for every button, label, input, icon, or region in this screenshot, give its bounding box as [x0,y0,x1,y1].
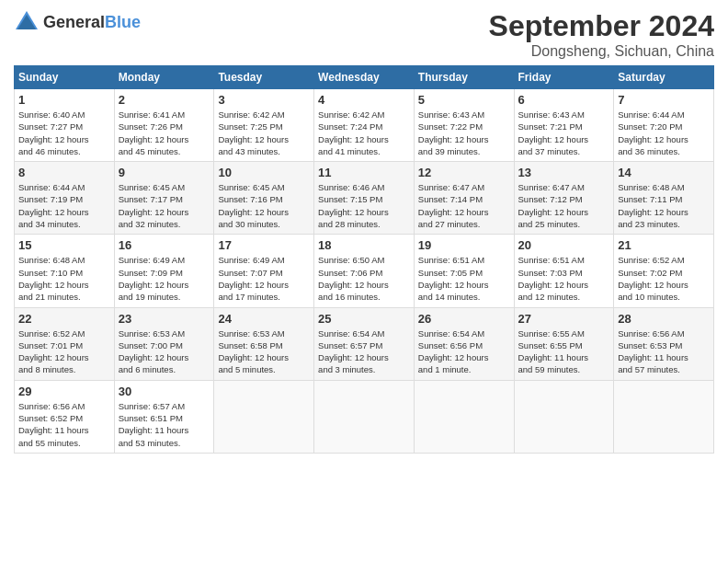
day-number: 7 [618,93,710,107]
calendar-cell [614,380,714,453]
day-number: 24 [218,312,310,326]
calendar-week-2: 8Sunrise: 6:44 AM Sunset: 7:19 PM Daylig… [15,162,714,235]
logo-icon [14,9,40,35]
day-info: Sunrise: 6:43 AM Sunset: 7:21 PM Dayligh… [518,109,610,157]
calendar-cell: 21Sunrise: 6:52 AM Sunset: 7:02 PM Dayli… [614,235,714,307]
day-number: 12 [418,166,510,179]
calendar-week-1: 1Sunrise: 6:40 AM Sunset: 7:27 PM Daylig… [15,89,714,162]
header-sunday: Sunday [15,66,115,89]
day-info: Sunrise: 6:48 AM Sunset: 7:11 PM Dayligh… [618,181,710,230]
logo: GeneralBlue [14,9,141,35]
day-number: 8 [18,166,110,179]
day-info: Sunrise: 6:45 AM Sunset: 7:17 PM Dayligh… [119,181,210,230]
header-friday: Friday [514,66,614,89]
calendar-cell: 25Sunrise: 6:54 AM Sunset: 6:57 PM Dayli… [314,307,415,380]
calendar-cell: 14Sunrise: 6:48 AM Sunset: 7:11 PM Dayli… [614,162,714,235]
day-number: 9 [119,166,210,179]
calendar-container: GeneralBlue September 2024 Dongsheng, Si… [0,0,728,463]
calendar-cell: 16Sunrise: 6:49 AM Sunset: 7:09 PM Dayli… [114,235,214,307]
calendar-cell: 12Sunrise: 6:47 AM Sunset: 7:14 PM Dayli… [414,162,514,235]
calendar-cell: 7Sunrise: 6:44 AM Sunset: 7:20 PM Daylig… [614,89,714,162]
day-info: Sunrise: 6:56 AM Sunset: 6:52 PM Dayligh… [18,400,110,449]
day-info: Sunrise: 6:47 AM Sunset: 7:12 PM Dayligh… [518,181,610,230]
calendar-cell: 22Sunrise: 6:52 AM Sunset: 7:01 PM Dayli… [15,307,115,380]
header-wednesday: Wednesday [314,66,415,89]
calendar-cell: 18Sunrise: 6:50 AM Sunset: 7:06 PM Dayli… [314,235,415,307]
calendar-cell: 24Sunrise: 6:53 AM Sunset: 6:58 PM Dayli… [214,307,314,380]
day-number: 20 [518,238,610,252]
calendar-cell: 8Sunrise: 6:44 AM Sunset: 7:19 PM Daylig… [15,162,115,235]
header-thursday: Thursday [414,66,514,89]
day-number: 25 [318,312,410,326]
header-monday: Monday [114,66,214,89]
calendar-cell: 15Sunrise: 6:48 AM Sunset: 7:10 PM Dayli… [15,235,115,307]
day-number: 10 [218,166,310,179]
day-number: 5 [418,93,510,107]
calendar-cell: 13Sunrise: 6:47 AM Sunset: 7:12 PM Dayli… [514,162,614,235]
day-number: 16 [119,238,210,252]
day-number: 3 [218,93,310,107]
calendar-cell: 20Sunrise: 6:51 AM Sunset: 7:03 PM Dayli… [514,235,614,307]
month-title: September 2024 [489,9,714,43]
day-info: Sunrise: 6:45 AM Sunset: 7:16 PM Dayligh… [218,181,310,230]
day-info: Sunrise: 6:51 AM Sunset: 7:05 PM Dayligh… [418,254,510,303]
calendar-cell: 23Sunrise: 6:53 AM Sunset: 7:00 PM Dayli… [114,307,214,380]
header-tuesday: Tuesday [214,66,314,89]
calendar-cell [314,380,415,453]
calendar-table: Sunday Monday Tuesday Wednesday Thursday… [14,65,714,454]
day-info: Sunrise: 6:44 AM Sunset: 7:20 PM Dayligh… [618,109,710,157]
day-number: 19 [418,238,510,252]
day-number: 29 [18,385,110,398]
calendar-cell: 11Sunrise: 6:46 AM Sunset: 7:15 PM Dayli… [314,162,415,235]
day-info: Sunrise: 6:55 AM Sunset: 6:55 PM Dayligh… [518,327,610,376]
day-info: Sunrise: 6:43 AM Sunset: 7:22 PM Dayligh… [418,109,510,157]
calendar-week-4: 22Sunrise: 6:52 AM Sunset: 7:01 PM Dayli… [15,307,714,380]
days-header-row: Sunday Monday Tuesday Wednesday Thursday… [15,66,714,89]
day-info: Sunrise: 6:54 AM Sunset: 6:57 PM Dayligh… [318,327,410,376]
day-info: Sunrise: 6:49 AM Sunset: 7:09 PM Dayligh… [119,254,210,303]
title-block: September 2024 Dongsheng, Sichuan, China [489,9,714,60]
calendar-cell: 3Sunrise: 6:42 AM Sunset: 7:25 PM Daylig… [214,89,314,162]
calendar-cell: 19Sunrise: 6:51 AM Sunset: 7:05 PM Dayli… [414,235,514,307]
logo-general: General [43,13,105,31]
calendar-cell: 27Sunrise: 6:55 AM Sunset: 6:55 PM Dayli… [514,307,614,380]
calendar-cell: 1Sunrise: 6:40 AM Sunset: 7:27 PM Daylig… [15,89,115,162]
day-number: 26 [418,312,510,326]
day-info: Sunrise: 6:53 AM Sunset: 6:58 PM Dayligh… [218,327,310,376]
day-number: 28 [618,312,710,326]
calendar-cell: 10Sunrise: 6:45 AM Sunset: 7:16 PM Dayli… [214,162,314,235]
day-number: 13 [518,166,610,179]
day-info: Sunrise: 6:48 AM Sunset: 7:10 PM Dayligh… [18,254,110,303]
header-saturday: Saturday [614,66,714,89]
calendar-cell: 2Sunrise: 6:41 AM Sunset: 7:26 PM Daylig… [114,89,214,162]
day-info: Sunrise: 6:57 AM Sunset: 6:51 PM Dayligh… [119,400,210,449]
calendar-week-5: 29Sunrise: 6:56 AM Sunset: 6:52 PM Dayli… [15,380,714,453]
calendar-cell: 26Sunrise: 6:54 AM Sunset: 6:56 PM Dayli… [414,307,514,380]
calendar-cell: 4Sunrise: 6:42 AM Sunset: 7:24 PM Daylig… [314,89,415,162]
calendar-cell [214,380,314,453]
day-info: Sunrise: 6:44 AM Sunset: 7:19 PM Dayligh… [18,181,110,230]
calendar-cell: 29Sunrise: 6:56 AM Sunset: 6:52 PM Dayli… [15,380,115,453]
day-number: 4 [318,93,410,107]
day-info: Sunrise: 6:54 AM Sunset: 6:56 PM Dayligh… [418,327,510,376]
day-number: 15 [18,238,110,252]
day-number: 1 [18,93,110,107]
calendar-cell [514,380,614,453]
day-number: 23 [119,312,210,326]
day-number: 18 [318,238,410,252]
day-number: 27 [518,312,610,326]
day-number: 17 [218,238,310,252]
calendar-cell [414,380,514,453]
day-info: Sunrise: 6:51 AM Sunset: 7:03 PM Dayligh… [518,254,610,303]
day-info: Sunrise: 6:53 AM Sunset: 7:00 PM Dayligh… [119,327,210,376]
calendar-cell: 6Sunrise: 6:43 AM Sunset: 7:21 PM Daylig… [514,89,614,162]
day-number: 14 [618,166,710,179]
calendar-week-3: 15Sunrise: 6:48 AM Sunset: 7:10 PM Dayli… [15,235,714,307]
day-info: Sunrise: 6:40 AM Sunset: 7:27 PM Dayligh… [18,109,110,157]
day-number: 11 [318,166,410,179]
day-info: Sunrise: 6:42 AM Sunset: 7:24 PM Dayligh… [318,109,410,157]
calendar-cell: 17Sunrise: 6:49 AM Sunset: 7:07 PM Dayli… [214,235,314,307]
day-number: 22 [18,312,110,326]
day-number: 21 [618,238,710,252]
day-info: Sunrise: 6:47 AM Sunset: 7:14 PM Dayligh… [418,181,510,230]
